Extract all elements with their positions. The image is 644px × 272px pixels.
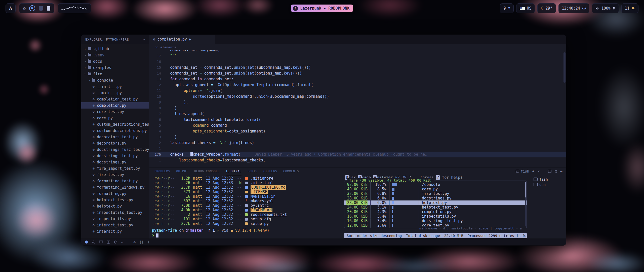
editor-line[interactable]: 9 ), <box>149 99 566 105</box>
workspace-icon-n-badge[interactable]: N <box>29 5 35 11</box>
tree-item-decorators_test.py[interactable]: ⚙decorators_test.py <box>81 134 149 140</box>
notifications-module[interactable]: 11 <box>621 3 638 13</box>
workspace-icon-circle[interactable]: ◐ <box>23 6 26 10</box>
updates-module[interactable]: 9 ⚙ <box>500 3 514 13</box>
editor-current-line[interactable]: 176 checks = check_wrapper.format(David … <box>149 152 566 157</box>
clock-module[interactable]: 12:40:24 <box>558 3 589 13</box>
weather-module[interactable]: ☾ 29° <box>537 3 556 13</box>
dua-scrollbar[interactable] <box>525 182 526 226</box>
tree-item-decorators.py[interactable]: ⚙decorators.py <box>81 140 149 146</box>
settings-gear-icon[interactable]: ⚙ <box>133 240 135 244</box>
editor-line[interactable]: 8 ) <box>149 105 566 111</box>
search-icon[interactable] <box>92 240 95 244</box>
tree-item-helptext_test.py[interactable]: ⚙helptext_test.py <box>81 197 149 203</box>
editor-line[interactable]: 1 lastcommand_checks=lastcommand_checks, <box>149 157 566 163</box>
breadcrumb[interactable]: no elements <box>149 44 566 50</box>
editor-line[interactable]: 12 opts_assignment = _GetOptsAssignmentT… <box>149 82 566 88</box>
tree-item-inspectutils_test.py[interactable]: ⚙inspectutils_test.py <box>81 209 149 216</box>
editor-line[interactable]: 17 """ <box>149 53 566 59</box>
tree-item-console[interactable]: ›console <box>81 77 149 83</box>
dua-row[interactable]: 24.00 KiB│5.1%││helptext_test.py <box>344 205 527 210</box>
panel-tab-terminal[interactable]: TERMINAL <box>226 167 242 175</box>
dua-row[interactable]: 92.00 KiB│19.7%││/console <box>344 182 527 187</box>
tree-item-formatting.py[interactable]: ⚙formatting.py <box>81 190 149 197</box>
dua-row[interactable]: 28.00 KiB│6.0%││docstrings.py <box>344 196 527 200</box>
tree-item-helptext.py[interactable]: ⚙helptext.py <box>81 203 149 209</box>
tree-item-interact.py[interactable]: ⚙interact.py <box>81 228 149 234</box>
tree-item-.github[interactable]: ›.github <box>81 46 149 52</box>
dua-scrollbar-thumb[interactable] <box>525 182 526 197</box>
tree-item-__init__.py[interactable]: ⚙__init__.py <box>81 83 149 90</box>
panel-more-icon[interactable]: ⋯ <box>560 169 562 173</box>
editor-line[interactable]: 3 ) <box>149 134 566 140</box>
tree-item-completion_test.py[interactable]: ⚙completion_test.py <box>81 96 149 102</box>
media-player-pill[interactable]: ♪ Lazerpunk - ROBOPHONK <box>291 5 353 12</box>
braces-icon[interactable]: {} <box>139 240 144 244</box>
editor-line[interactable]: 10 sorted(options_map[command].union(sub… <box>149 94 566 99</box>
more-icon[interactable]: ⋯ <box>121 240 123 244</box>
editor-line[interactable]: 13 for command in commands_set: <box>149 76 566 82</box>
editor-line[interactable]: 11 options=' '.join( <box>149 88 566 94</box>
tree-item-fire_import_test.py[interactable]: ⚙fire_import_test.py <box>81 165 149 172</box>
tree-item-custom_descriptions_test[interactable]: ⚙custom_descriptions_test… <box>81 121 149 127</box>
tree-item-custom_descriptions.py[interactable]: ⚙custom_descriptions.py <box>81 127 149 134</box>
tree-item-docstrings.py[interactable]: ⚙docstrings.py <box>81 159 149 165</box>
tree-item-fire[interactable]: ›fire <box>81 71 149 77</box>
terminal-session-dua[interactable]: dua <box>534 182 566 187</box>
split-terminal-icon[interactable] <box>548 170 551 173</box>
tree-item-core_test.py[interactable]: ⚙core_test.py <box>81 109 149 115</box>
editor-tab-completion[interactable]: ⚙ completion.py ● <box>149 35 215 44</box>
layout-icon[interactable] <box>107 241 110 244</box>
remote-indicator-icon[interactable] <box>85 241 88 244</box>
panel-tab-output[interactable]: OUTPUT <box>176 167 188 175</box>
bracket-icon[interactable]: ) <box>147 240 149 244</box>
panel-tab-problems[interactable]: PROBLEMS <box>154 167 170 175</box>
tree-item-docs[interactable]: ›docs <box>81 58 149 64</box>
book-icon[interactable] <box>99 240 103 244</box>
new-terminal-button[interactable]: + <box>532 169 534 173</box>
code-editor[interactable]: commands_set.add(name)17 """1615 command… <box>149 50 566 167</box>
system-graph-widget[interactable] <box>58 3 91 13</box>
keyboard-layout-module[interactable]: US <box>516 3 535 13</box>
editor-line[interactable]: 2 lastcommand_checks = '\n'.join(lines) <box>149 140 566 146</box>
tree-item-fire_test.py[interactable]: ⚙fire_test.py <box>81 172 149 178</box>
tree-item-inspectutils.py[interactable]: ⚙inspectutils.py <box>81 216 149 222</box>
tree-item-core.py[interactable]: ⚙core.py <box>81 115 149 121</box>
editor-line[interactable]: 14 commands_set = commands_set.union(set… <box>149 71 566 76</box>
terminal-profile-chip[interactable]: fish <box>516 169 529 173</box>
dua-row[interactable]: 20.00 KiB│4.3%││completion.py <box>344 210 527 214</box>
tree-item-__main__.py[interactable]: ⚙__main__.py <box>81 90 149 96</box>
editor-line[interactable]: 15 commands_set = commands_set.union(set… <box>149 65 566 71</box>
tree-item-completion.py[interactable]: ⚙completion.py <box>81 102 149 109</box>
workspace-icon-file[interactable] <box>47 6 50 11</box>
dua-row[interactable]: 16.00 KiB│3.4%││inspectutils.py <box>344 214 527 219</box>
dua-row[interactable]: 32.00 KiB│6.8%││fire_test.py <box>344 191 527 196</box>
shell-prompt-input[interactable]: ❯ <box>152 233 343 238</box>
tree-item-docstrings_fuzz_test.py[interactable]: ⚙docstrings_fuzz_test.py <box>81 146 149 153</box>
dua-row[interactable]: 28.00 KiB│6.0%││helptext.py <box>344 200 527 205</box>
panel-tab-ports[interactable]: PORTS <box>248 167 257 175</box>
editor-line[interactable]: 4 opts_assignment=opts_assignment) <box>149 128 566 134</box>
terminal-dua[interactable]: Disk Usage Analyzer v2.29.2 (press ? for… <box>343 175 530 239</box>
audio-module[interactable]: 100% <box>592 3 619 13</box>
editor-line[interactable]: 1 <box>149 146 566 152</box>
explorer-actions-icon[interactable]: ⋯ <box>143 37 145 42</box>
tree-item-interact_test.py[interactable]: ⚙interact_test.py <box>81 222 149 228</box>
terminal-session-fish[interactable]: fish <box>534 177 566 182</box>
editor-scrollbar[interactable] <box>564 52 566 83</box>
modified-dot-icon[interactable]: ● <box>189 38 191 41</box>
editor-line[interactable]: 16 <box>149 59 566 65</box>
tree-item-docstrings_test.py[interactable]: ⚙docstrings_test.py <box>81 153 149 159</box>
editor-line[interactable]: 6 lastcommand_check_template.format( <box>149 117 566 123</box>
workspace-icon-app[interactable] <box>39 6 43 11</box>
panel-tab-comments[interactable]: COMMENTS <box>283 167 299 175</box>
tree-item-examples[interactable]: ›examples <box>81 64 149 71</box>
dua-row[interactable]: 16.00 KiB│3.4%││docstrings_test.py <box>344 219 527 223</box>
tree-item-.venv[interactable]: ›.venv <box>81 52 149 58</box>
tree-item-formatting_windows.py[interactable]: ⚙formatting_windows.py <box>81 184 149 190</box>
editor-line[interactable]: 7 lines.append( <box>149 111 566 117</box>
panel-tab-debug-console[interactable]: DEBUG CONSOLE <box>194 167 220 175</box>
editor-line[interactable]: 5 command=command, <box>149 123 566 128</box>
kill-terminal-icon[interactable] <box>554 170 557 173</box>
dua-row[interactable]: 40.00 KiB│8.5%││core.py <box>344 187 527 191</box>
